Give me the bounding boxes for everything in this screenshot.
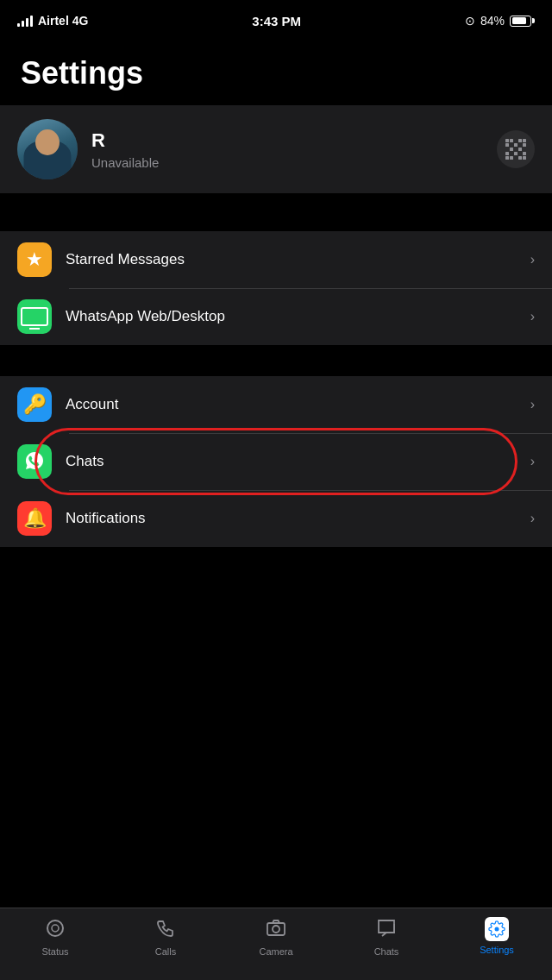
whatsapp-icon	[23, 450, 46, 473]
notifications-label: Notifications	[66, 510, 530, 527]
settings-tab-icon	[485, 917, 509, 941]
tab-camera[interactable]: Camera	[221, 917, 331, 957]
settings-tab-label: Settings	[480, 945, 514, 955]
status-tab-label: Status	[41, 946, 68, 957]
signal-icon	[17, 15, 33, 27]
svg-point-3	[273, 926, 279, 933]
menu-item-starred[interactable]: ★ Starred Messages ›	[0, 231, 552, 288]
starred-label: Starred Messages	[66, 251, 530, 268]
lock-icon: ⊙	[465, 14, 475, 28]
tab-chats[interactable]: Chats	[331, 917, 442, 957]
profile-status: Unavailable	[91, 155, 497, 170]
account-icon-wrapper: 🔑	[17, 387, 52, 422]
svg-rect-2	[267, 923, 285, 935]
section-gap-2	[0, 345, 552, 376]
svg-point-1	[52, 925, 59, 932]
tab-settings[interactable]: Settings	[442, 917, 552, 955]
starred-icon-wrapper: ★	[17, 242, 52, 277]
page-title: Settings	[21, 55, 531, 91]
tab-bar: Status Calls Camera Chats	[0, 908, 552, 980]
time-label: 3:43 PM	[252, 14, 301, 28]
status-bar: Airtel 4G 3:43 PM ⊙ 84%	[0, 0, 552, 38]
tab-calls[interactable]: Calls	[110, 917, 221, 957]
chats-tab-icon	[375, 917, 398, 943]
menu-item-account[interactable]: 🔑 Account ›	[0, 376, 552, 433]
chevron-icon: ›	[530, 454, 535, 469]
menu-section-1: ★ Starred Messages › WhatsApp Web/Deskto…	[0, 231, 552, 345]
menu-item-notifications[interactable]: 🔔 Notifications ›	[0, 490, 552, 547]
page-title-section: Settings	[0, 38, 552, 105]
qr-icon	[505, 139, 526, 160]
chats-icon-wrapper	[17, 444, 52, 479]
monitor-icon	[21, 307, 48, 326]
account-label: Account	[66, 396, 530, 413]
chevron-icon: ›	[530, 309, 535, 324]
tab-status[interactable]: Status	[0, 917, 110, 957]
avatar	[17, 119, 78, 179]
menu-item-chats[interactable]: Chats ›	[0, 433, 552, 490]
chats-tab-label: Chats	[374, 946, 399, 957]
qr-button[interactable]	[497, 130, 535, 168]
profile-info: R Unavailable	[91, 129, 497, 170]
star-icon: ★	[26, 248, 43, 271]
profile-section[interactable]: R Unavailable	[0, 105, 552, 193]
svg-point-0	[47, 920, 63, 936]
chevron-icon: ›	[530, 511, 535, 526]
webdesktop-label: WhatsApp Web/Desktop	[66, 308, 530, 325]
bell-icon: 🔔	[23, 507, 47, 530]
carrier-label: Airtel 4G	[38, 14, 88, 28]
battery-percent: 84%	[480, 14, 505, 28]
status-left: Airtel 4G	[17, 14, 88, 28]
key-icon: 🔑	[23, 393, 47, 416]
status-right: ⊙ 84%	[465, 14, 535, 28]
camera-tab-icon	[265, 917, 287, 943]
notifications-icon-wrapper: 🔔	[17, 501, 52, 536]
menu-item-webdesktop[interactable]: WhatsApp Web/Desktop ›	[0, 288, 552, 345]
calls-tab-label: Calls	[155, 946, 176, 957]
webdesktop-icon-wrapper	[17, 299, 52, 334]
calls-tab-icon	[154, 917, 177, 943]
chats-label: Chats	[66, 453, 530, 470]
section-gap-1	[0, 200, 552, 231]
camera-tab-label: Camera	[259, 946, 292, 957]
menu-section-2: 🔑 Account › Chats › 🔔 Notifications ›	[0, 376, 552, 547]
profile-name: R	[91, 129, 497, 152]
battery-icon	[510, 16, 535, 27]
chevron-icon: ›	[530, 397, 535, 412]
status-tab-icon	[44, 917, 66, 943]
chevron-icon: ›	[530, 252, 535, 267]
